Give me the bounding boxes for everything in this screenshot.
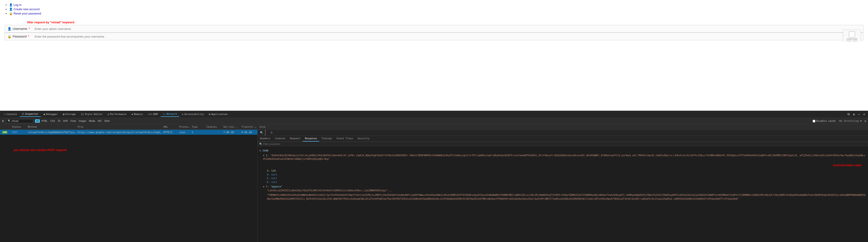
form-container: filter request by "reload" keyword 👤 Use… [0, 18, 868, 42]
login-link-item: 👤 Log in [9, 3, 864, 6]
password-input[interactable] [35, 35, 861, 38]
page-content: 👤 Log in 👤 Create new account 🔒 Reset yo… [0, 0, 868, 18]
create-account-link-item: 👤 Create new account [9, 7, 864, 11]
privacy-terms-label: Privacy - Terms [846, 40, 857, 42]
username-required: * [29, 27, 30, 31]
nav-links-list: 👤 Log in 👤 Create new account 🔒 Reset yo… [4, 3, 864, 15]
username-input[interactable] [35, 27, 861, 31]
reset-password-link-item: 🔒 Reset your password [9, 12, 864, 15]
user-icon: 👤 [9, 3, 13, 6]
filter-annotation: filter request by "reload" keyword [4, 21, 864, 25]
lock-icon: 🔒 [9, 12, 13, 15]
page-wrapper: 👤 Log in 👤 Create new account 🔒 Reset yo… [0, 0, 868, 42]
lock-field-icon: 🔒 [7, 35, 11, 38]
recaptcha-label: reCAPTCHA [847, 38, 857, 40]
login-link[interactable]: Log in [13, 3, 22, 6]
password-form-group: 🔒 Password * reCAPTCHA Privacy - Terms [4, 33, 864, 40]
password-label: 🔒 Password * [7, 35, 35, 38]
username-row-wrapper: filter request by "reload" keyword 👤 Use… [4, 21, 864, 33]
create-account-link[interactable]: Create new account [13, 7, 40, 11]
username-form-group: 👤 Username * [4, 25, 864, 33]
recaptcha-widget[interactable]: reCAPTCHA Privacy - Terms [843, 30, 861, 42]
user-add-icon: 👤 [9, 7, 13, 11]
password-required: * [28, 35, 29, 38]
user-field-icon: 👤 [7, 27, 11, 31]
recaptcha-checkbox[interactable] [849, 31, 855, 37]
reset-password-link[interactable]: Reset your password [13, 12, 41, 15]
username-label: 👤 Username * [7, 27, 35, 31]
